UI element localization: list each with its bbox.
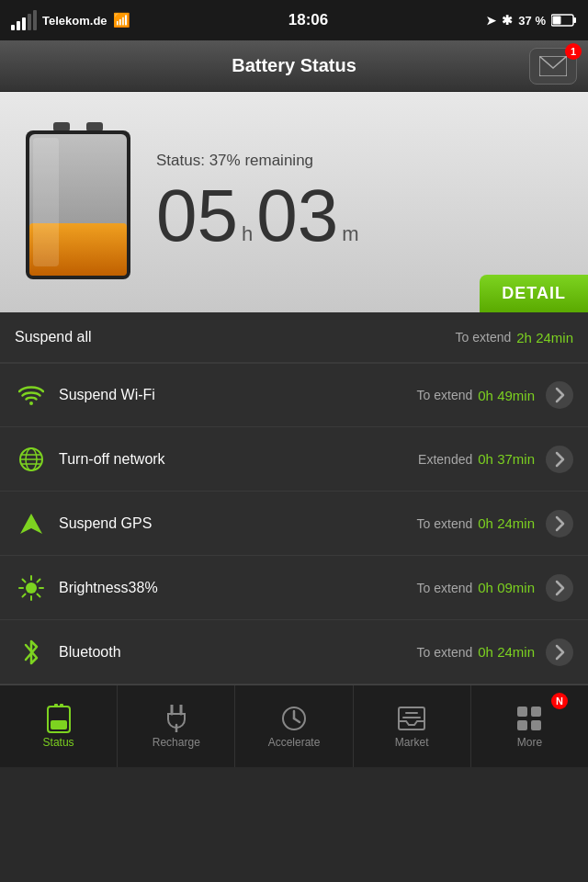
battery-illustration [18,118,138,288]
svg-rect-39 [517,707,527,717]
list-item[interactable]: Bluetooth To extend 0h 24min [0,620,588,684]
svg-rect-40 [531,707,541,717]
tab-market[interactable]: Market [354,685,471,767]
svg-point-10 [29,401,33,405]
battery-tab-icon [45,705,73,732]
svg-rect-5 [86,122,103,131]
wifi-status-icon: 📶 [113,12,130,28]
list-item[interactable]: Turn-off network Extended 0h 37min [0,427,588,492]
tab-label: More [517,736,542,749]
suspend-all-extend: To extend [456,330,512,345]
list-item[interactable]: Brightness38% To extend 0h 09min [0,556,588,620]
svg-rect-4 [53,122,70,131]
clock-tab-icon [280,705,308,732]
battery-panel: Status: 37% remaining 05 h 03 m DETAIL [0,92,588,312]
item-time: 0h 09min [478,580,535,595]
battery-status-text: Status: 37% remaining [156,152,570,170]
clock: 18:06 [288,11,328,29]
svg-rect-1 [553,17,561,25]
globe-icon [15,443,48,476]
grid-tab-icon [515,705,543,732]
detail-button[interactable]: DETAIL [480,275,588,312]
list-item[interactable]: Suspend Wi-Fi To extend 0h 49min [0,363,588,427]
svg-rect-9 [33,138,59,266]
chevron-right-icon [546,381,573,409]
tab-badge: N [551,693,568,709]
battery-time: 05 h 03 m [156,179,570,253]
bluetooth-status-icon: ✱ [502,13,513,28]
plug-tab-icon [163,705,190,732]
page-title: Battery Status [232,55,356,76]
svg-line-25 [23,594,26,596]
gps-icon [15,507,48,540]
status-bar: Telekom.de 📶 18:06 ➤ ✱ 37 % [0,0,588,40]
tab-label: Market [395,736,429,749]
item-label: Suspend GPS [59,515,417,532]
item-extend-label: To extend [417,581,473,595]
brightness-icon [15,571,48,605]
tab-accelerate[interactable]: Accelerate [235,685,353,767]
svg-rect-2 [573,17,576,23]
tab-status[interactable]: Status [0,685,118,767]
battery-pct-label: 37 % [518,14,546,28]
carrier-label: Telekom.de [42,14,107,28]
item-extend-label: To extend [417,645,473,660]
chevron-right-icon [546,510,573,537]
svg-rect-41 [517,720,527,730]
item-extend-label: Extended [418,452,472,467]
chevron-right-icon [546,574,573,602]
suspend-all-label: Suspend all [15,329,456,345]
svg-marker-16 [20,514,42,534]
tab-label: Recharge [153,736,200,749]
item-label: Turn-off network [59,451,418,468]
tab-more[interactable]: More N [471,685,588,767]
nav-bar: Battery Status 1 [0,40,588,92]
items-list: Suspend all To extend 2h 24min Suspend W… [0,312,588,684]
minutes-display: 03 [256,179,338,253]
mail-button[interactable]: 1 [529,48,577,85]
location-status-icon: ➤ [486,14,496,28]
hours-display: 05 [156,179,238,253]
mail-badge: 1 [565,43,582,60]
wifi-icon [15,379,48,412]
item-label: Suspend Wi-Fi [59,387,417,403]
tab-items-container: Status Recharge Accelerate Market More N [0,685,588,767]
tab-recharge[interactable]: Recharge [118,685,235,767]
item-label: Bluetooth [59,644,417,661]
svg-line-22 [23,579,26,582]
mail-icon [539,56,567,76]
svg-line-24 [38,579,40,582]
inbox-tab-icon [398,705,425,732]
item-time: 0h 37min [478,451,535,467]
item-label: Brightness38% [59,580,417,596]
battery-info: Status: 37% remaining 05 h 03 m [138,152,570,253]
svg-rect-42 [531,720,541,730]
h-label: h [242,222,253,246]
status-left: Telekom.de 📶 [11,10,130,30]
item-time: 0h 24min [478,644,535,660]
svg-point-17 [26,582,37,594]
item-extend-label: To extend [417,516,473,531]
status-right: ➤ ✱ 37 % [486,13,577,28]
svg-line-23 [38,594,40,596]
tab-label: Status [43,736,74,749]
suspend-all-time: 2h 24min [516,330,573,345]
tab-label: Accelerate [268,736,321,749]
suspend-all-row[interactable]: Suspend all To extend 2h 24min [0,312,588,363]
battery-icon [551,14,577,27]
item-rows-container: Suspend Wi-Fi To extend 0h 49min Turn-of… [0,363,588,684]
signal-icon [11,10,37,30]
item-time: 0h 24min [478,515,535,531]
chevron-right-icon [546,446,573,473]
svg-line-35 [294,718,300,722]
list-item[interactable]: Suspend GPS To extend 0h 24min [0,492,588,556]
m-label: m [342,222,358,246]
tab-bar: Status Recharge Accelerate Market More N [0,684,588,767]
item-extend-label: To extend [417,388,473,402]
item-time: 0h 49min [478,388,535,403]
chevron-right-icon [546,639,573,666]
svg-rect-29 [51,720,67,729]
bluetooth-icon [15,636,48,669]
